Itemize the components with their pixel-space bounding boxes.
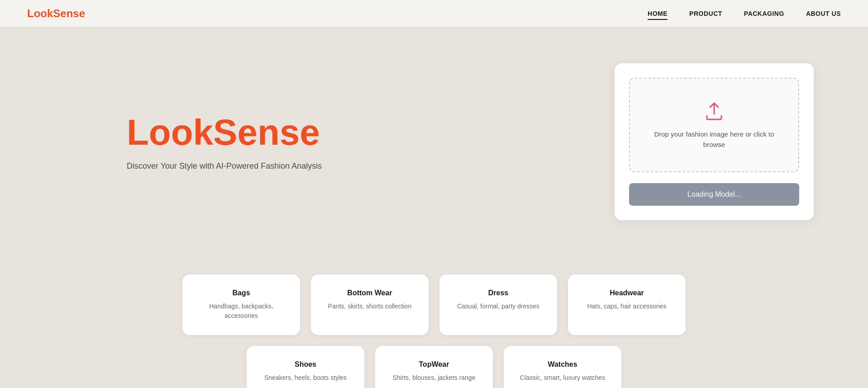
nav-link-home[interactable]: HOME	[648, 10, 668, 20]
category-name: Shoes	[258, 360, 353, 369]
nav-item-about[interactable]: ABOUT US	[806, 9, 841, 18]
category-desc: Pants, skirts, shorts collection	[322, 302, 418, 311]
nav-link-packaging[interactable]: PACKAGING	[744, 10, 784, 19]
category-desc: Handbags, backpacks, accessories	[193, 302, 289, 321]
category-card[interactable]: TopWear Shirts, blouses, jackets range	[375, 346, 493, 388]
category-name: TopWear	[386, 360, 482, 369]
category-card[interactable]: Bottom Wear Pants, skirts, shorts collec…	[311, 274, 429, 335]
category-desc: Sneakers, heels, boots styles	[258, 373, 353, 383]
navbar: LookSense HOME PRODUCT PACKAGING ABOUT U…	[0, 0, 868, 27]
category-desc: Shirts, blouses, jackets range	[386, 373, 482, 383]
nav-link-about[interactable]: ABOUT US	[806, 10, 841, 19]
nav-item-packaging[interactable]: PACKAGING	[744, 9, 784, 18]
brand-logo[interactable]: LookSense	[27, 7, 85, 20]
category-card[interactable]: Headwear Hats, caps, hair accessories	[568, 274, 686, 335]
nav-links: HOME PRODUCT PACKAGING ABOUT US	[648, 9, 841, 18]
category-name: Headwear	[579, 289, 675, 297]
categories-section: Bags Handbags, backpacks, accessories Bo…	[0, 256, 868, 388]
category-card[interactable]: Shoes Sneakers, heels, boots styles	[247, 346, 364, 388]
categories-row-2: Shoes Sneakers, heels, boots styles TopW…	[54, 346, 814, 388]
hero-section: LookSense Discover Your Style with AI-Po…	[0, 27, 868, 256]
category-name: Watches	[515, 360, 610, 369]
hero-title: LookSense	[127, 113, 615, 152]
category-desc: Classic, smart, luxury watches	[515, 373, 610, 383]
category-card[interactable]: Dress Casual, formal, party dresses	[439, 274, 557, 335]
nav-item-home[interactable]: HOME	[648, 9, 668, 18]
upload-card: Drop your fashion image here or click to…	[615, 63, 814, 220]
upload-dropzone-text: Drop your fashion image here or click to…	[644, 129, 784, 150]
category-card[interactable]: Bags Handbags, backpacks, accessories	[182, 274, 300, 335]
category-name: Dress	[450, 289, 546, 297]
categories-row-1: Bags Handbags, backpacks, accessories Bo…	[54, 274, 814, 335]
nav-item-product[interactable]: PRODUCT	[689, 9, 722, 18]
hero-subtitle: Discover Your Style with AI-Powered Fash…	[127, 161, 615, 171]
category-card[interactable]: Watches Classic, smart, luxury watches	[504, 346, 621, 388]
hero-text-block: LookSense Discover Your Style with AI-Po…	[127, 113, 615, 171]
category-desc: Hats, caps, hair accessories	[579, 302, 675, 311]
loading-model-button[interactable]: Loading Model...	[629, 183, 799, 206]
category-name: Bottom Wear	[322, 289, 418, 297]
upload-icon	[703, 100, 725, 122]
nav-link-product[interactable]: PRODUCT	[689, 10, 722, 19]
category-name: Bags	[193, 289, 289, 297]
category-desc: Casual, formal, party dresses	[450, 302, 546, 311]
upload-dropzone[interactable]: Drop your fashion image here or click to…	[629, 78, 799, 172]
